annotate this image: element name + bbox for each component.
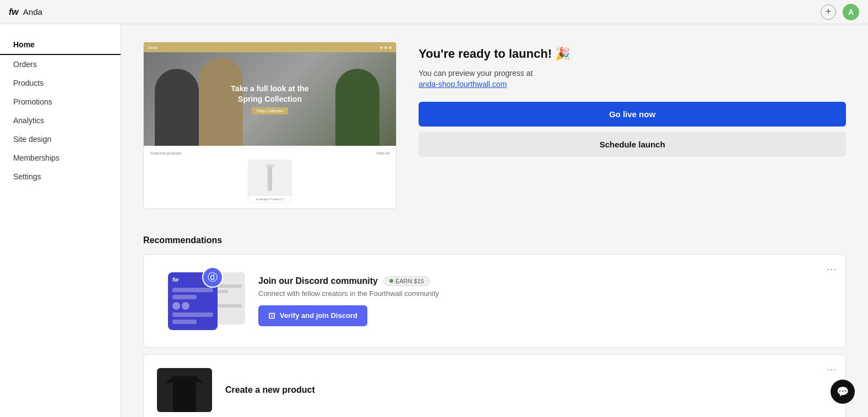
- preview-product-img: [248, 160, 291, 196]
- preview-dot-3: [389, 46, 392, 49]
- launch-link[interactable]: anda-shop.fourthwall.com: [419, 80, 846, 89]
- svg-rect-0: [268, 164, 272, 191]
- launch-title: You're ready to launch! 🎉: [419, 46, 846, 62]
- sidebar-item-analytics[interactable]: Analytics: [0, 111, 121, 130]
- main-content: Anda Take a full look at theSpring Colle…: [121, 24, 868, 417]
- hero-heading: Take a full look at theSpring Collection: [231, 84, 308, 103]
- go-live-button[interactable]: Go live now: [419, 102, 846, 127]
- topbar-left: fw Anda: [9, 7, 42, 17]
- hero-shop-btn[interactable]: Shop Collection: [252, 107, 287, 114]
- verify-discord-button[interactable]: ⊡ Verify and join Discord: [258, 305, 367, 326]
- sidebar-item-settings[interactable]: Settings: [0, 167, 121, 186]
- fw-card-wrapper: fw ⓓ: [168, 272, 218, 330]
- preview-brand: Anda: [148, 46, 157, 50]
- featured-label: Featured products: [150, 151, 182, 155]
- recommendations-title: Recommendations: [143, 235, 846, 245]
- launch-card: You're ready to launch! 🎉 You can previe…: [419, 42, 846, 161]
- preview-products: Featured products View all Example Produ…: [144, 146, 396, 209]
- preview-topbar: Anda: [144, 42, 396, 52]
- fw-card-av-1: [172, 302, 180, 310]
- launch-subtitle: You can preview your progress at: [419, 69, 846, 78]
- fw-card-line-2: [172, 295, 197, 299]
- fw-card-line-3: [172, 312, 213, 317]
- brand-name: Anda: [23, 7, 42, 17]
- preview-product-card: Example Product 2: [248, 160, 292, 203]
- preview-dot-2: [384, 46, 387, 49]
- sidebar-item-sitedesign[interactable]: Site design: [0, 130, 121, 149]
- discord-card-content: Join our Discord community EARN $15 Conn…: [258, 276, 832, 326]
- top-section: Anda Take a full look at theSpring Colle…: [143, 42, 846, 209]
- discord-illustration: fw ⓓ: [157, 268, 245, 334]
- create-product-content: Create a new product: [225, 385, 832, 395]
- discord-rec-title: Join our Discord community: [258, 276, 378, 286]
- sidebar-item-memberships[interactable]: Memberships: [0, 149, 121, 167]
- add-button[interactable]: +: [821, 4, 836, 20]
- discord-btn-icon: ⊡: [268, 311, 275, 321]
- tshirt-shape: [165, 376, 204, 412]
- topbar-right: + A: [821, 4, 859, 20]
- topbar: fw Anda + A: [0, 0, 868, 24]
- recommendations-section: Recommendations ···: [143, 235, 846, 417]
- discord-rec-description: Connect with fellow creators in the Four…: [258, 289, 832, 298]
- preview-section-header: Featured products View all: [150, 151, 389, 155]
- preview-hero: Take a full look at theSpring Collection…: [144, 52, 396, 146]
- hero-text: Take a full look at theSpring Collection…: [231, 84, 308, 114]
- sidebar-item-orders[interactable]: Orders: [0, 55, 121, 74]
- earn-label: EARN $15: [395, 278, 424, 284]
- store-preview: Anda Take a full look at theSpring Colle…: [143, 42, 397, 209]
- avatar[interactable]: A: [843, 4, 859, 20]
- discord-btn-label: Verify and join Discord: [280, 311, 357, 320]
- discord-card-more-button[interactable]: ···: [827, 264, 837, 275]
- earn-dot: [389, 279, 393, 283]
- svg-rect-1: [265, 164, 274, 167]
- create-product-title: Create a new product: [225, 385, 832, 395]
- preview-view-all: View all: [376, 151, 389, 155]
- discord-badge: ⓓ: [202, 268, 223, 288]
- preview-nav-dots: [380, 46, 392, 49]
- earn-badge: EARN $15: [383, 276, 430, 286]
- sidebar: Home Orders Products Promotions Analytic…: [0, 24, 121, 417]
- create-product-more-button[interactable]: ···: [827, 364, 837, 375]
- layout: Home Orders Products Promotions Analytic…: [0, 24, 868, 417]
- schedule-launch-button[interactable]: Schedule launch: [419, 132, 846, 157]
- fw-card-av-2: [182, 302, 189, 310]
- preview-product-label: Example Product 2: [248, 196, 291, 202]
- chat-support-button[interactable]: 💬: [831, 380, 855, 404]
- sidebar-item-promotions[interactable]: Promotions: [0, 92, 121, 111]
- fw-card-avatar-row: [172, 302, 213, 310]
- sidebar-item-products[interactable]: Products: [0, 74, 121, 92]
- sidebar-item-home[interactable]: Home: [0, 35, 121, 55]
- create-product-card: ··· Create a new product: [143, 354, 846, 417]
- fw-logo: fw: [9, 7, 19, 17]
- product-thumbnail: [157, 368, 212, 412]
- preview-dot-1: [380, 46, 383, 49]
- discord-recommendation-card: ···: [143, 254, 846, 348]
- discord-rec-header: Join our Discord community EARN $15: [258, 276, 832, 286]
- chat-support-icon: 💬: [837, 386, 849, 398]
- discord-icon: ⓓ: [208, 271, 218, 284]
- fw-card-line-1: [172, 288, 213, 292]
- fw-card-line-4: [172, 320, 197, 324]
